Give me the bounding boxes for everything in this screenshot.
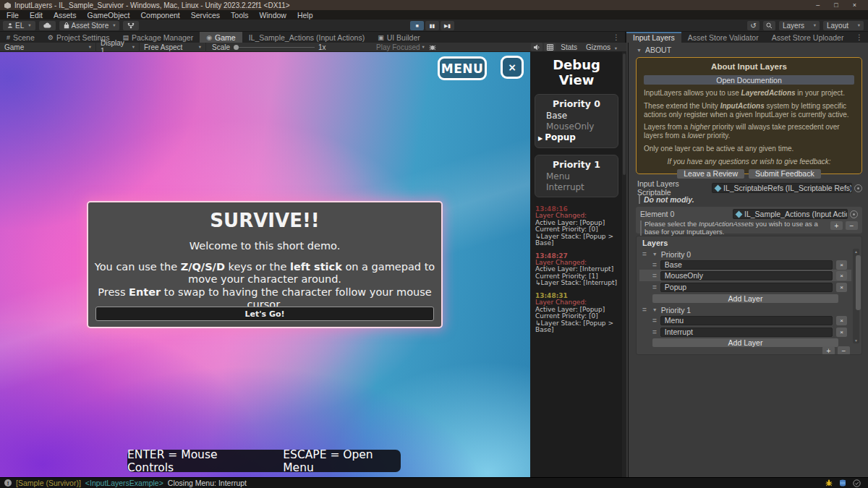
- layers-scrollbar[interactable]: ▲ ▼: [853, 249, 859, 343]
- chevron-down-icon: ▾: [422, 44, 425, 50]
- pane-menu-icon[interactable]: ⋮: [608, 32, 625, 43]
- add-group-button[interactable]: +: [822, 346, 835, 355]
- pause-button[interactable]: ▮▮: [425, 21, 439, 30]
- submit-feedback-button[interactable]: Submit Feedback: [749, 169, 821, 179]
- status-project-tag[interactable]: [Sample (Survivor)]: [16, 479, 81, 487]
- menu-assets[interactable]: Assets: [54, 11, 77, 20]
- layers-dropdown[interactable]: Layers ▾: [779, 21, 820, 30]
- gizmos-dropdown[interactable]: Gizmos ▾: [582, 43, 621, 51]
- display-selector[interactable]: Display 1▾: [96, 43, 140, 52]
- tab-asset-store-uploader[interactable]: Asset Store Uploader: [765, 32, 851, 43]
- scroll-up-icon[interactable]: ▲: [854, 249, 858, 254]
- status-context-tag[interactable]: <InputLayersExample>: [85, 479, 163, 487]
- priority-0-header: Priority 0: [535, 98, 618, 109]
- stats-toggle[interactable]: Stats: [557, 43, 581, 51]
- about-foldout[interactable]: ▼ ABOUT: [637, 46, 671, 54]
- scale-slider[interactable]: Scale 1x: [206, 43, 332, 51]
- leave-review-button[interactable]: Leave a Review: [677, 169, 744, 179]
- drag-handle-icon[interactable]: =: [642, 306, 647, 314]
- game-close-button[interactable]: ×: [501, 56, 524, 79]
- minimize-button[interactable]: –: [816, 1, 820, 9]
- play-button[interactable]: ■: [410, 21, 424, 30]
- priority-1-group-row[interactable]: = ▼Priority 1: [642, 305, 850, 314]
- mute-audio-button[interactable]: [531, 43, 542, 51]
- drag-handle-icon[interactable]: =: [652, 261, 657, 269]
- drag-handle-icon[interactable]: =: [642, 250, 647, 258]
- debugger-bug-icon[interactable]: [825, 479, 833, 487]
- bug-icon[interactable]: [429, 44, 436, 51]
- scale-track[interactable]: [234, 47, 315, 48]
- game-view-selector[interactable]: Game▾: [0, 43, 96, 52]
- asset-store-dropdown[interactable]: Asset Store ▾: [59, 21, 120, 30]
- remove-group-button[interactable]: −: [838, 346, 850, 355]
- layer-name-field[interactable]: Base: [660, 260, 833, 270]
- menu-window[interactable]: Window: [260, 11, 286, 20]
- drag-handle-icon[interactable]: =: [652, 328, 657, 336]
- tab-input-actions[interactable]: IL_Sample_Actions (Input Actions): [242, 32, 372, 43]
- cache-server-icon[interactable]: [839, 479, 846, 487]
- drag-handle-icon[interactable]: =: [652, 272, 657, 280]
- add-element-button[interactable]: +: [830, 221, 843, 230]
- maximize-button[interactable]: □: [834, 1, 838, 9]
- scriptable-object-field[interactable]: IL_ScriptableRefs (IL_Scriptable Refs): [712, 183, 852, 193]
- play-focused-dropdown[interactable]: Play Focused ▾: [376, 43, 436, 51]
- account-dropdown[interactable]: EL ▾: [3, 21, 35, 30]
- layer-name-field[interactable]: Menu: [660, 316, 833, 325]
- game-view-scrollbar[interactable]: [622, 52, 626, 477]
- about-title: About Input Layers: [644, 62, 854, 71]
- drag-handle-icon[interactable]: =: [652, 317, 657, 325]
- dialog-title: SURVIVE!!: [88, 210, 441, 231]
- console-message-icon[interactable]: !: [4, 479, 12, 487]
- tab-scene[interactable]: #Scene: [0, 32, 41, 43]
- menu-help[interactable]: Help: [297, 11, 313, 20]
- layer-name-field[interactable]: Interrupt: [660, 328, 833, 337]
- version-control-button[interactable]: [123, 21, 139, 30]
- menu-component[interactable]: Component: [140, 11, 179, 20]
- debug-view-panel: Debug View Priority 0 Base MouseOnly ▶Po…: [530, 52, 622, 477]
- undo-history-button[interactable]: ↺: [747, 21, 760, 30]
- layer-name-field[interactable]: Popup: [660, 283, 833, 292]
- layer-name-field[interactable]: MouseOnly: [660, 271, 833, 281]
- tab-game[interactable]: ◉Game: [200, 32, 242, 43]
- priority-0-group-row[interactable]: = ▼Priority 0: [642, 249, 850, 259]
- object-picker-icon[interactable]: [854, 184, 862, 192]
- status-message[interactable]: Closing Menu: Interrupt: [168, 479, 247, 487]
- game-menu-button[interactable]: MENU: [438, 56, 487, 80]
- delete-layer-button[interactable]: ×: [836, 316, 847, 325]
- pane-menu-icon[interactable]: ⋮: [851, 32, 868, 43]
- close-window-button[interactable]: ×: [853, 1, 856, 9]
- layer-item-mouseonly: MouseOnly: [535, 122, 618, 132]
- vsync-grid-button[interactable]: [544, 43, 556, 51]
- open-documentation-button[interactable]: Open Documention: [644, 75, 854, 85]
- tab-ui-builder[interactable]: ▣UI Builder: [371, 32, 427, 43]
- menu-gameobject[interactable]: GameObject: [88, 11, 130, 20]
- delete-layer-button[interactable]: ×: [836, 260, 847, 270]
- menu-tools[interactable]: Tools: [231, 11, 249, 20]
- tab-asset-store-validator[interactable]: Asset Store Validator: [681, 32, 765, 43]
- scale-knob[interactable]: [234, 45, 239, 50]
- delete-layer-button[interactable]: ×: [836, 283, 847, 292]
- scrollbar-thumb[interactable]: [856, 255, 861, 310]
- add-layer-button[interactable]: Add Layer: [652, 338, 838, 347]
- delete-layer-button[interactable]: ×: [836, 328, 847, 337]
- scrollbar-thumb[interactable]: [623, 53, 626, 175]
- cloud-button[interactable]: [39, 21, 56, 30]
- tab-input-layers[interactable]: Input Layers: [626, 32, 681, 43]
- remove-element-button[interactable]: −: [846, 221, 858, 230]
- menu-file[interactable]: File: [7, 11, 19, 20]
- scroll-down-icon[interactable]: ▼: [854, 338, 858, 343]
- menu-services[interactable]: Services: [191, 11, 220, 20]
- lets-go-button[interactable]: Let's Go!: [95, 307, 434, 321]
- add-layer-button[interactable]: Add Layer: [652, 294, 838, 303]
- drag-handle-icon[interactable]: =: [652, 283, 657, 291]
- menu-edit[interactable]: Edit: [30, 11, 43, 20]
- progress-check-icon[interactable]: [853, 479, 861, 487]
- delete-layer-button[interactable]: ×: [836, 271, 847, 281]
- aspect-selector[interactable]: Free Aspect▾: [140, 43, 206, 52]
- step-button[interactable]: ▶▮: [441, 21, 454, 30]
- element-object-field[interactable]: IL_Sample_Actions (Input Action Asset): [733, 209, 848, 219]
- chevron-down-icon: ▾: [615, 46, 617, 51]
- layout-dropdown[interactable]: Layout ▾: [823, 21, 864, 30]
- object-picker-icon[interactable]: [850, 210, 858, 218]
- search-button[interactable]: [763, 21, 775, 30]
